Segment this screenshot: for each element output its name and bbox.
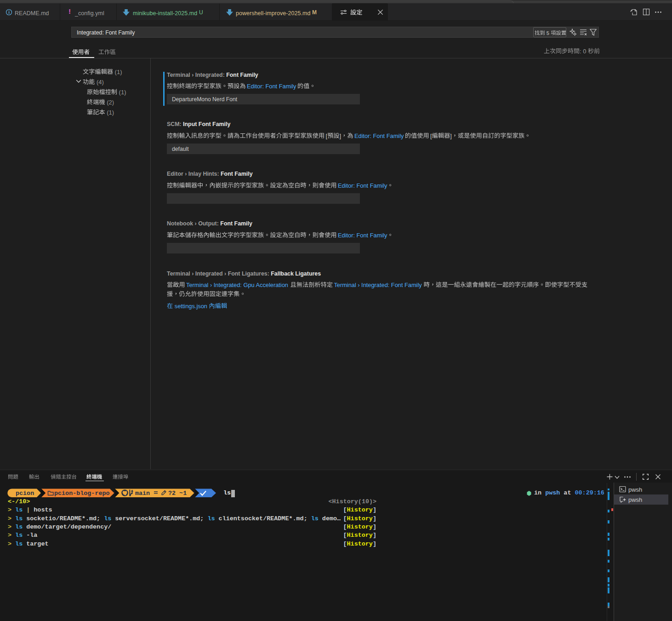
svg-text:(2): (2) — [105, 98, 114, 105]
svg-text:Terminal › Integrated: Gpu Acc: Terminal › Integrated: Gpu Acceleration — [186, 282, 288, 288]
svg-text:Editor: Font Family: Editor: Font Family — [247, 83, 296, 90]
svg-text:[: [ — [326, 132, 328, 139]
svg-text:?2 ~1: ?2 ~1 — [168, 490, 187, 497]
svg-text:]: ] — [450, 132, 452, 139]
svg-text:(4): (4) — [95, 78, 104, 85]
svg-text:pcion: pcion — [16, 490, 34, 497]
svg-text:: 0: : 0 — [580, 48, 588, 55]
svg-text:Terminal › Integrated: Font Fa: Terminal › Integrated: Font Family — [334, 282, 422, 288]
svg-text:Editor: Font Family: Editor: Font Family — [338, 182, 387, 189]
svg-text:Editor: Font Family: Editor: Font Family — [354, 132, 404, 139]
svg-text:(1): (1) — [113, 68, 122, 75]
svg-text:settings.json: settings.json — [173, 303, 209, 310]
svg-text:[: [ — [430, 132, 432, 139]
svg-text:Editor: Font Family: Editor: Font Family — [338, 232, 387, 239]
svg-text:pcion-blog-repo: pcion-blog-repo — [54, 490, 110, 497]
svg-text:]: ] — [340, 132, 342, 139]
svg-text:(1): (1) — [117, 88, 126, 95]
svg-text:(1): (1) — [105, 109, 114, 115]
svg-text:main: main — [135, 490, 150, 497]
